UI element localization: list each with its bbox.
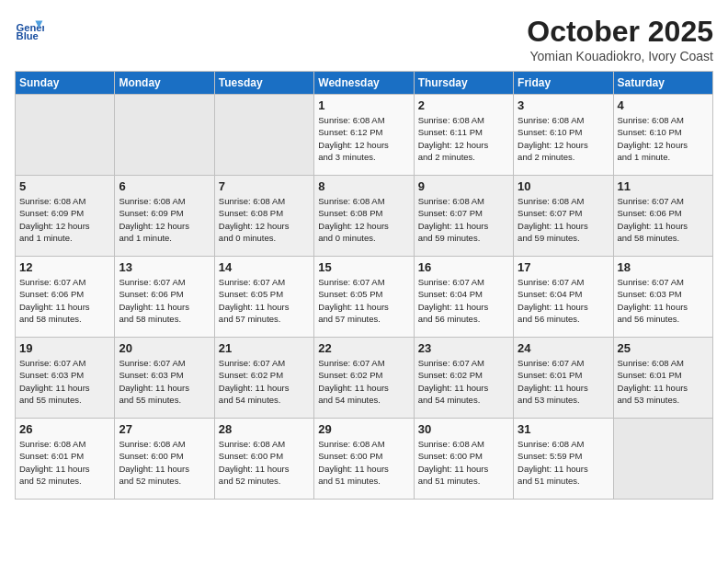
- day-info: Sunrise: 6:08 AM Sunset: 6:08 PM Dayligh…: [318, 195, 409, 244]
- day-info: Sunrise: 6:08 AM Sunset: 6:12 PM Dayligh…: [318, 114, 409, 163]
- weekday-label: Thursday: [414, 72, 513, 95]
- day-info: Sunrise: 6:07 AM Sunset: 6:04 PM Dayligh…: [518, 276, 609, 325]
- calendar-day-cell: 19Sunrise: 6:07 AM Sunset: 6:03 PM Dayli…: [16, 338, 115, 419]
- location-title: Yomian Kouadiokro, Ivory Coast: [527, 49, 713, 63]
- day-info: Sunrise: 6:07 AM Sunset: 6:06 PM Dayligh…: [618, 195, 709, 244]
- calendar-day-cell: 20Sunrise: 6:07 AM Sunset: 6:03 PM Dayli…: [115, 338, 214, 419]
- day-number: 26: [19, 422, 110, 436]
- svg-text:Blue: Blue: [17, 30, 39, 41]
- calendar-body: 1Sunrise: 6:08 AM Sunset: 6:12 PM Daylig…: [16, 95, 713, 500]
- day-number: 13: [119, 260, 210, 274]
- calendar-week-row: 5Sunrise: 6:08 AM Sunset: 6:09 PM Daylig…: [16, 176, 713, 257]
- calendar-day-cell: 15Sunrise: 6:07 AM Sunset: 6:05 PM Dayli…: [314, 257, 414, 338]
- day-info: Sunrise: 6:08 AM Sunset: 6:11 PM Dayligh…: [418, 114, 509, 163]
- day-info: Sunrise: 6:08 AM Sunset: 6:00 PM Dayligh…: [318, 438, 409, 487]
- calendar-day-cell: 2Sunrise: 6:08 AM Sunset: 6:11 PM Daylig…: [414, 95, 513, 176]
- calendar-day-cell: 4Sunrise: 6:08 AM Sunset: 6:10 PM Daylig…: [613, 95, 712, 176]
- calendar-week-row: 1Sunrise: 6:08 AM Sunset: 6:12 PM Daylig…: [16, 95, 713, 176]
- day-number: 8: [318, 179, 409, 193]
- day-info: Sunrise: 6:07 AM Sunset: 6:06 PM Dayligh…: [119, 276, 210, 325]
- day-info: Sunrise: 6:08 AM Sunset: 6:00 PM Dayligh…: [418, 438, 509, 487]
- day-info: Sunrise: 6:08 AM Sunset: 6:10 PM Dayligh…: [618, 114, 709, 163]
- logo: General Blue: [15, 15, 44, 44]
- weekday-label: Friday: [514, 72, 613, 95]
- calendar-day-cell: 11Sunrise: 6:07 AM Sunset: 6:06 PM Dayli…: [613, 176, 712, 257]
- calendar-day-cell: [16, 95, 115, 176]
- day-number: 25: [618, 341, 709, 355]
- calendar-day-cell: 24Sunrise: 6:07 AM Sunset: 6:01 PM Dayli…: [514, 338, 613, 419]
- calendar-day-cell: 5Sunrise: 6:08 AM Sunset: 6:09 PM Daylig…: [16, 176, 115, 257]
- day-number: 1: [318, 98, 409, 112]
- day-number: 12: [19, 260, 110, 274]
- day-info: Sunrise: 6:07 AM Sunset: 6:05 PM Dayligh…: [318, 276, 409, 325]
- calendar-day-cell: 1Sunrise: 6:08 AM Sunset: 6:12 PM Daylig…: [314, 95, 414, 176]
- day-number: 21: [219, 341, 310, 355]
- calendar-day-cell: 16Sunrise: 6:07 AM Sunset: 6:04 PM Dayli…: [414, 257, 513, 338]
- day-info: Sunrise: 6:07 AM Sunset: 6:04 PM Dayligh…: [418, 276, 509, 325]
- calendar-week-row: 19Sunrise: 6:07 AM Sunset: 6:03 PM Dayli…: [16, 338, 713, 419]
- calendar-day-cell: [115, 95, 214, 176]
- day-number: 10: [518, 179, 609, 193]
- day-number: 23: [418, 341, 509, 355]
- calendar-day-cell: 13Sunrise: 6:07 AM Sunset: 6:06 PM Dayli…: [115, 257, 214, 338]
- day-number: 11: [618, 179, 709, 193]
- weekday-label: Saturday: [613, 72, 712, 95]
- day-info: Sunrise: 6:07 AM Sunset: 6:03 PM Dayligh…: [119, 357, 210, 406]
- day-number: 15: [318, 260, 409, 274]
- calendar-day-cell: 6Sunrise: 6:08 AM Sunset: 6:09 PM Daylig…: [115, 176, 214, 257]
- calendar-table: SundayMondayTuesdayWednesdayThursdayFrid…: [15, 71, 713, 500]
- weekday-label: Wednesday: [314, 72, 414, 95]
- month-title: October 2025: [527, 15, 713, 49]
- calendar-day-cell: 18Sunrise: 6:07 AM Sunset: 6:03 PM Dayli…: [613, 257, 712, 338]
- weekday-label: Monday: [115, 72, 214, 95]
- day-info: Sunrise: 6:08 AM Sunset: 6:01 PM Dayligh…: [618, 357, 709, 406]
- day-info: Sunrise: 6:08 AM Sunset: 5:59 PM Dayligh…: [518, 438, 609, 487]
- calendar-day-cell: [613, 419, 712, 500]
- weekday-header-row: SundayMondayTuesdayWednesdayThursdayFrid…: [16, 72, 713, 95]
- calendar-day-cell: 8Sunrise: 6:08 AM Sunset: 6:08 PM Daylig…: [314, 176, 414, 257]
- day-info: Sunrise: 6:08 AM Sunset: 6:09 PM Dayligh…: [19, 195, 110, 244]
- calendar-day-cell: 7Sunrise: 6:08 AM Sunset: 6:08 PM Daylig…: [214, 176, 313, 257]
- day-number: 7: [219, 179, 310, 193]
- day-info: Sunrise: 6:08 AM Sunset: 6:00 PM Dayligh…: [219, 438, 310, 487]
- day-number: 18: [618, 260, 709, 274]
- day-number: 30: [418, 422, 509, 436]
- day-info: Sunrise: 6:07 AM Sunset: 6:03 PM Dayligh…: [19, 357, 110, 406]
- calendar-day-cell: [214, 95, 313, 176]
- calendar-day-cell: 27Sunrise: 6:08 AM Sunset: 6:00 PM Dayli…: [115, 419, 214, 500]
- logo-icon: General Blue: [15, 15, 44, 44]
- calendar-day-cell: 30Sunrise: 6:08 AM Sunset: 6:00 PM Dayli…: [414, 419, 513, 500]
- day-info: Sunrise: 6:07 AM Sunset: 6:05 PM Dayligh…: [219, 276, 310, 325]
- calendar-day-cell: 22Sunrise: 6:07 AM Sunset: 6:02 PM Dayli…: [314, 338, 414, 419]
- calendar-day-cell: 21Sunrise: 6:07 AM Sunset: 6:02 PM Dayli…: [214, 338, 313, 419]
- day-number: 4: [618, 98, 709, 112]
- calendar-day-cell: 31Sunrise: 6:08 AM Sunset: 5:59 PM Dayli…: [514, 419, 613, 500]
- calendar-day-cell: 25Sunrise: 6:08 AM Sunset: 6:01 PM Dayli…: [613, 338, 712, 419]
- day-number: 6: [119, 179, 210, 193]
- day-number: 16: [418, 260, 509, 274]
- weekday-label: Sunday: [16, 72, 115, 95]
- calendar-day-cell: 12Sunrise: 6:07 AM Sunset: 6:06 PM Dayli…: [16, 257, 115, 338]
- calendar-day-cell: 14Sunrise: 6:07 AM Sunset: 6:05 PM Dayli…: [214, 257, 313, 338]
- day-number: 3: [518, 98, 609, 112]
- calendar-day-cell: 10Sunrise: 6:08 AM Sunset: 6:07 PM Dayli…: [514, 176, 613, 257]
- calendar-day-cell: 28Sunrise: 6:08 AM Sunset: 6:00 PM Dayli…: [214, 419, 313, 500]
- page-header: General Blue October 2025 Yomian Kouadio…: [15, 15, 713, 63]
- calendar-day-cell: 3Sunrise: 6:08 AM Sunset: 6:10 PM Daylig…: [514, 95, 613, 176]
- calendar-week-row: 12Sunrise: 6:07 AM Sunset: 6:06 PM Dayli…: [16, 257, 713, 338]
- day-number: 19: [19, 341, 110, 355]
- day-number: 27: [119, 422, 210, 436]
- day-info: Sunrise: 6:07 AM Sunset: 6:06 PM Dayligh…: [19, 276, 110, 325]
- calendar-day-cell: 26Sunrise: 6:08 AM Sunset: 6:01 PM Dayli…: [16, 419, 115, 500]
- day-info: Sunrise: 6:08 AM Sunset: 6:08 PM Dayligh…: [219, 195, 310, 244]
- day-number: 5: [19, 179, 110, 193]
- day-info: Sunrise: 6:08 AM Sunset: 6:09 PM Dayligh…: [119, 195, 210, 244]
- day-info: Sunrise: 6:07 AM Sunset: 6:03 PM Dayligh…: [618, 276, 709, 325]
- calendar-day-cell: 17Sunrise: 6:07 AM Sunset: 6:04 PM Dayli…: [514, 257, 613, 338]
- day-number: 20: [119, 341, 210, 355]
- day-info: Sunrise: 6:08 AM Sunset: 6:01 PM Dayligh…: [19, 438, 110, 487]
- weekday-label: Tuesday: [214, 72, 313, 95]
- title-area: October 2025 Yomian Kouadiokro, Ivory Co…: [527, 15, 713, 63]
- calendar-day-cell: 9Sunrise: 6:08 AM Sunset: 6:07 PM Daylig…: [414, 176, 513, 257]
- calendar-week-row: 26Sunrise: 6:08 AM Sunset: 6:01 PM Dayli…: [16, 419, 713, 500]
